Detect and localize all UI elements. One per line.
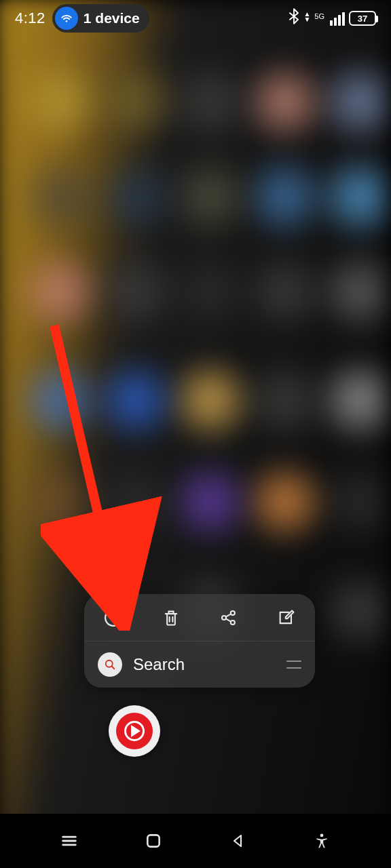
svg-point-10 (320, 833, 324, 837)
svg-point-4 (221, 615, 225, 619)
youtube-music-app-icon[interactable] (109, 705, 160, 757)
clock: 4:12 (15, 9, 45, 27)
popup-action-row (84, 594, 315, 642)
svg-rect-9 (147, 835, 159, 846)
status-bar: 4:12 1 device ▲▼ 5G 37 (0, 0, 391, 37)
widget-context-popup: Search (84, 594, 315, 688)
signal-icon (330, 11, 345, 26)
svg-rect-2 (112, 613, 114, 615)
svg-point-5 (230, 620, 234, 624)
connected-device-pill[interactable]: 1 device (52, 4, 149, 33)
wallpaper-overlay (0, 0, 391, 868)
status-left: 4:12 1 device (15, 4, 149, 33)
status-right: ▲▼ 5G 37 (288, 8, 376, 28)
svg-point-3 (230, 610, 234, 614)
drag-handle-icon[interactable] (286, 660, 301, 669)
device-count-label: 1 device (83, 10, 140, 26)
battery-icon: 37 (349, 11, 376, 26)
info-button[interactable] (93, 597, 134, 638)
svg-rect-1 (112, 616, 114, 623)
search-icon (98, 652, 122, 677)
delete-button[interactable] (151, 597, 191, 638)
edit-button[interactable] (266, 597, 307, 638)
back-button[interactable] (217, 821, 258, 861)
wifi-icon (55, 7, 78, 30)
search-label: Search (133, 655, 276, 674)
home-button[interactable] (133, 821, 174, 861)
navigation-bar (0, 814, 391, 868)
bluetooth-icon (288, 8, 299, 28)
network-type: 5G (314, 12, 324, 20)
search-widget-row[interactable]: Search (84, 642, 315, 688)
youtube-music-logo (116, 713, 153, 749)
accessibility-button[interactable] (301, 821, 342, 861)
data-arrows-icon: ▲▼ (303, 12, 310, 22)
recents-button[interactable] (49, 821, 90, 861)
battery-percentage: 37 (358, 14, 367, 24)
share-button[interactable] (208, 597, 249, 638)
